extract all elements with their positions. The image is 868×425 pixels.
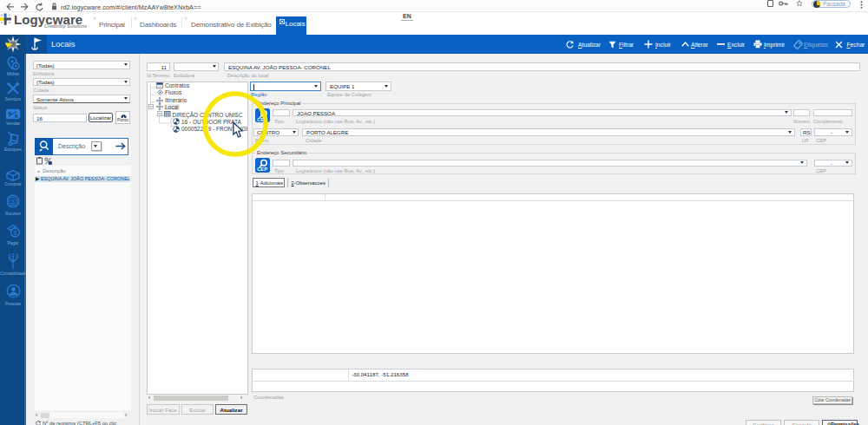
svg-text:$: $ [9,253,11,258]
svg-text:$: $ [13,229,17,237]
svg-text:$: $ [11,198,16,206]
svg-text:$: $ [16,253,19,258]
svg-text:CEP: CEP [257,167,267,172]
svg-text:$: $ [12,252,15,258]
